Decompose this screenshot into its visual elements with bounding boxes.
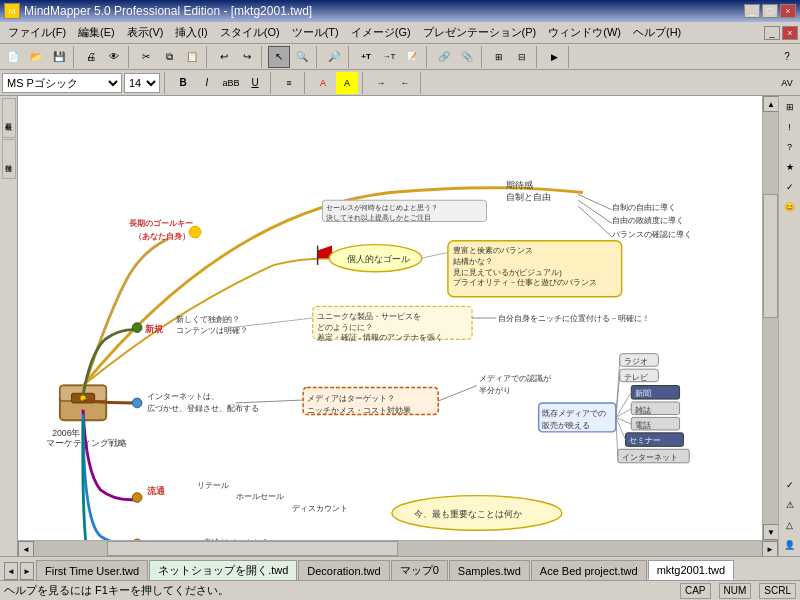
menu-edit[interactable]: 編集(E) (72, 23, 121, 42)
tab-samples[interactable]: Samples.twd (449, 560, 530, 580)
status-help-text: ヘルプを見るには F1キーを押してください。 (4, 583, 229, 598)
menu-help[interactable]: ヘルプ(H) (627, 23, 687, 42)
right-tool-6[interactable]: 😊 (781, 198, 799, 216)
help-button[interactable]: ? (776, 46, 798, 68)
menu-insert[interactable]: 挿入(I) (169, 23, 213, 42)
indent-button[interactable]: → (370, 72, 392, 94)
toolbar-separator-4 (261, 46, 265, 68)
svg-point-28 (132, 323, 142, 333)
smallcaps-button[interactable]: aBB (220, 72, 242, 94)
collapse-button[interactable]: ⊟ (511, 46, 533, 68)
tab-first-time-user[interactable]: First Time User.twd (36, 560, 148, 580)
italic-button[interactable]: I (196, 72, 218, 94)
hscroll-thumb[interactable] (107, 541, 398, 556)
scroll-right-button[interactable]: ► (762, 541, 778, 556)
add-note-button[interactable]: 📝 (401, 46, 423, 68)
right-tool-9[interactable]: △ (781, 516, 799, 534)
hyperlink-button[interactable]: 🔗 (433, 46, 455, 68)
svg-text:新規: 新規 (145, 323, 163, 334)
right-tool-5[interactable]: ✓ (781, 178, 799, 196)
save-button[interactable]: 💾 (48, 46, 70, 68)
open-button[interactable]: 📂 (25, 46, 47, 68)
menu-file[interactable]: ファイル(F) (2, 23, 72, 42)
right-tool-4[interactable]: ★ (781, 158, 799, 176)
expand-button[interactable]: ⊞ (488, 46, 510, 68)
toolbar-separator-6 (348, 46, 352, 68)
hscroll-track[interactable] (34, 541, 762, 556)
tab-decoration[interactable]: Decoration.twd (298, 560, 389, 580)
left-tab-1[interactable]: 概要 (2, 98, 16, 138)
right-tool-7[interactable]: ✓ (781, 476, 799, 494)
statusbar: ヘルプを見るには F1キーを押してください。 CAP NUM SCRL (0, 580, 800, 600)
tab-map0[interactable]: マップ0 (391, 560, 448, 580)
right-tool-8[interactable]: ⚠ (781, 496, 799, 514)
svg-text:期待感: 期待感 (506, 180, 533, 190)
scroll-left-button[interactable]: ◄ (18, 541, 34, 556)
menu-window[interactable]: ウィンドウ(W) (542, 23, 627, 42)
tab-mktg2001[interactable]: mktg2001.twd (648, 560, 734, 580)
svg-text:今、最も重要なことは何か: 今、最も重要なことは何か (414, 509, 522, 519)
font-size-select[interactable]: 14 (124, 73, 160, 93)
titlebar: M MindMapper 5.0 Professional Edition - … (0, 0, 800, 22)
redo-button[interactable]: ↪ (236, 46, 258, 68)
right-panel: ⊞ ! ? ★ ✓ 😊 ✓ ⚠ △ 👤 (778, 96, 800, 556)
close-button[interactable]: × (780, 4, 796, 18)
print-button[interactable]: 🖨 (80, 46, 102, 68)
restore-button[interactable]: □ (762, 4, 778, 18)
right-tool-3[interactable]: ? (781, 138, 799, 156)
zoom-button[interactable]: 🔍 (291, 46, 313, 68)
right-tool-2[interactable]: ! (781, 118, 799, 136)
font-color-button[interactable]: A (312, 72, 334, 94)
tab-nav-prev[interactable]: ◄ (4, 562, 18, 580)
menu-image[interactable]: イメージ(G) (345, 23, 417, 42)
cursor-button[interactable]: ↖ (268, 46, 290, 68)
scroll-track[interactable] (763, 112, 778, 524)
scroll-up-button[interactable]: ▲ (763, 96, 778, 112)
menubar: ファイル(F) 編集(E) 表示(V) 挿入(I) スタイル(O) ツール(T)… (0, 22, 800, 44)
attach-button[interactable]: 📎 (456, 46, 478, 68)
undo-button[interactable]: ↩ (213, 46, 235, 68)
canvas-container: 2006年 マーケティング戦略 期待感 自制と自由 自制の自由に導く (18, 96, 778, 556)
menu-tools[interactable]: ツール(T) (286, 23, 345, 42)
paste-button[interactable]: 📋 (181, 46, 203, 68)
font-sep-1 (164, 72, 168, 94)
scroll-down-button[interactable]: ▼ (763, 524, 778, 540)
vertical-scrollbar: ▲ ▼ (762, 96, 778, 540)
menu-presentation[interactable]: プレゼンテーション(P) (417, 23, 543, 42)
font-name-select[interactable]: MS Pゴシック (2, 73, 122, 93)
svg-point-73 (132, 493, 142, 503)
right-tool-1[interactable]: ⊞ (781, 98, 799, 116)
scroll-thumb[interactable] (763, 194, 778, 318)
svg-text:見に見えているか(ビジュアル): 見に見えているか(ビジュアル) (453, 268, 563, 277)
add-sibling-button[interactable]: →T (378, 46, 400, 68)
preview-button[interactable]: 👁 (103, 46, 125, 68)
tab-ace-bed[interactable]: Ace Bed project.twd (531, 560, 647, 580)
outdent-button[interactable]: ← (394, 72, 416, 94)
underline-button[interactable]: U (244, 72, 266, 94)
main-toolbar: 📄 📂 💾 🖨 👁 ✂ ⧉ 📋 ↩ ↪ ↖ 🔍 🔎 +T →T 📝 🔗 📎 ⊞ … (0, 44, 800, 70)
svg-text:電話: 電話 (635, 421, 651, 430)
highlight-button[interactable]: A (336, 72, 358, 94)
char-spacing-button[interactable]: AV (776, 72, 798, 94)
right-user-icon[interactable]: 👤 (781, 536, 799, 554)
present-button[interactable]: ▶ (543, 46, 565, 68)
svg-text:雑誌: 雑誌 (635, 406, 651, 415)
cut-button[interactable]: ✂ (135, 46, 157, 68)
add-child-button[interactable]: +T (355, 46, 377, 68)
tab-nav-next[interactable]: ► (20, 562, 34, 580)
left-sidebar: 概要 付箋 (0, 96, 18, 556)
left-tab-2[interactable]: 付箋 (2, 139, 16, 179)
new-button[interactable]: 📄 (2, 46, 24, 68)
align-left-button[interactable]: ≡ (278, 72, 300, 94)
inner-restore-button[interactable]: _ (764, 26, 780, 40)
copy-button[interactable]: ⧉ (158, 46, 180, 68)
minimize-button[interactable]: _ (744, 4, 760, 18)
menu-view[interactable]: 表示(V) (121, 23, 170, 42)
bold-button[interactable]: B (172, 72, 194, 94)
inner-close-button[interactable]: × (782, 26, 798, 40)
horizontal-scrollbar: ◄ ► (18, 540, 778, 556)
tab-netshop[interactable]: ネットショップを開く.twd (149, 560, 297, 580)
find-button[interactable]: 🔎 (323, 46, 345, 68)
canvas-area[interactable]: 2006年 マーケティング戦略 期待感 自制と自由 自制の自由に導く (18, 96, 762, 540)
menu-style[interactable]: スタイル(O) (214, 23, 286, 42)
